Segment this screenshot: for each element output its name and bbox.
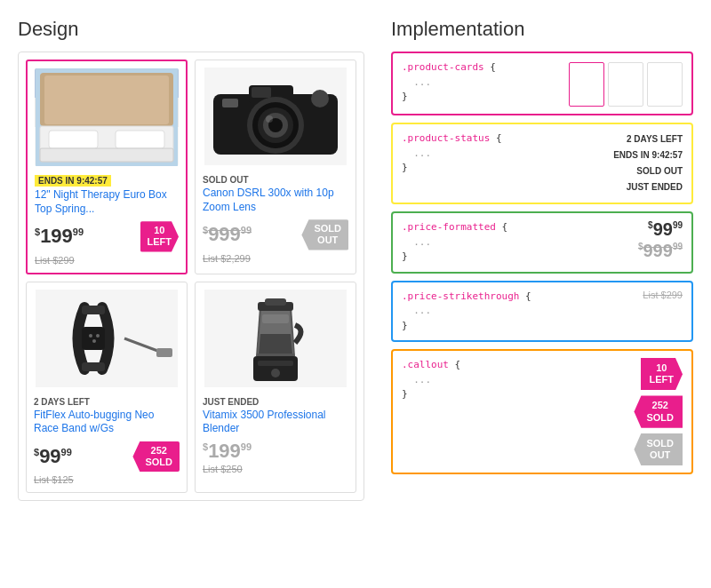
impl-block-callout: .callout { ... } 10LEFT 252SOLD SOLDOUT	[391, 349, 693, 474]
preview-cards	[569, 62, 683, 107]
svg-rect-17	[252, 87, 271, 98]
strikethrough-preview-value: List $299	[643, 290, 683, 300]
callout-fitbit: 252 SOLD	[132, 441, 180, 472]
svg-rect-30	[258, 361, 293, 366]
impl-code-product-cards: .product-cards { ... }	[402, 60, 496, 105]
price-camera: $99999	[203, 225, 252, 244]
svg-rect-20	[82, 306, 105, 314]
design-section: Design	[18, 18, 364, 501]
svg-rect-33	[265, 298, 286, 306]
product-grid: ENDS IN 9:42:57 12" Night Therapy Euro B…	[18, 52, 364, 501]
ellipsis-price-formatted: ...	[402, 236, 431, 248]
impl-preview-product-cards	[505, 60, 683, 107]
svg-rect-21	[82, 362, 105, 371]
impl-code-price-formatted: .price-formatted { ... }	[402, 220, 507, 265]
preview-card-3	[647, 62, 683, 107]
impl-block-product-status: .product-status { ... } 2 DAYS LEFT ENDS…	[391, 123, 693, 204]
main-container: Design	[18, 18, 693, 501]
implementation-title: Implementation	[391, 18, 693, 41]
impl-block-price-strikethrough: .price-strikethrough { ... } List $299	[391, 281, 693, 343]
callout-preview-left: 10LEFT	[641, 358, 683, 390]
product-card-blender[interactable]: JUST ENDED Vitamix 3500 Professional Ble…	[195, 282, 356, 494]
callout-preview-sold-out: SOLDOUT	[634, 433, 683, 465]
class-name-product-status: .product-status	[402, 132, 490, 144]
product-image-blender	[203, 290, 348, 387]
svg-point-26	[96, 334, 100, 338]
product-status-blender: JUST ENDED	[203, 393, 348, 409]
svg-point-18	[311, 90, 329, 107]
impl-code-price-strikethrough: .price-strikethrough { ... }	[402, 290, 531, 334]
price-whole-fitbit: 99	[39, 445, 60, 467]
ellipsis-product-status: ...	[402, 147, 431, 159]
impl-preview-callout: 10LEFT 252SOLD SOLDOUT	[469, 358, 683, 465]
callout-camera: SOLD OUT	[301, 219, 348, 250]
product-card-fitbit[interactable]: 2 DAYS LEFT FitFlex Auto-bugging Neo Rac…	[26, 282, 188, 494]
status-sold-out: SOLD OUT	[613, 163, 683, 179]
preview-card-2	[608, 62, 643, 107]
product-status-fitbit: 2 DAYS LEFT	[34, 393, 180, 409]
preview-card-1	[569, 62, 604, 107]
svg-rect-2	[44, 75, 169, 124]
product-image-fitbit	[34, 290, 180, 387]
list-price-mattress: List $299	[35, 255, 179, 266]
price-mattress: $19999	[35, 226, 84, 246]
status-just-ended: JUST ENDED	[613, 179, 683, 195]
product-title-fitbit[interactable]: FitFlex Auto-bugging Neo Race Band w/Gs	[34, 409, 180, 436]
price-whole-blender: 199	[208, 440, 241, 462]
bed-illustration	[35, 68, 179, 166]
product-title-mattress[interactable]: 12" Night Therapy Euro Box Top Spring...	[35, 188, 179, 216]
impl-preview-price-strikethrough: List $299	[540, 290, 683, 300]
status-badge-blender: JUST ENDED	[203, 397, 259, 407]
status-days-left: 2 DAYS LEFT	[613, 131, 683, 147]
price-cents-blender: 99	[241, 441, 252, 452]
price-whole-mattress: 199	[40, 225, 73, 247]
list-price-fitbit: List $125	[34, 474, 180, 485]
callout-mattress: 10 LEFT	[140, 221, 180, 251]
price-whole-camera: 999	[208, 223, 241, 245]
status-badge-mattress: ENDS IN 9:42:57	[35, 175, 111, 187]
product-status-camera: SOLD OUT	[203, 171, 348, 187]
price-row-camera: $99999 SOLD OUT	[203, 219, 348, 250]
impl-preview-price-formatted: $9999 $99999	[516, 220, 683, 259]
price-cents-camera: 99	[241, 225, 252, 235]
product-title-camera[interactable]: Canon DSRL 300x with 10p Zoom Lens	[203, 187, 348, 214]
svg-point-25	[89, 334, 92, 338]
svg-rect-5	[116, 131, 164, 148]
svg-rect-34	[262, 314, 289, 323]
design-title: Design	[18, 18, 364, 41]
impl-block-product-cards: .product-cards { ... }	[391, 52, 693, 115]
product-title-blender[interactable]: Vitamix 3500 Professional Blender	[203, 409, 348, 436]
svg-rect-16	[222, 99, 238, 107]
svg-rect-23	[156, 348, 172, 357]
product-image-mattress	[35, 68, 179, 166]
price-cents-mattress: 99	[73, 226, 84, 237]
camera-svg	[203, 68, 348, 165]
class-name-price-strikethrough: .price-strikethrough	[402, 290, 519, 302]
impl-blocks: .product-cards { ... } .product-status {	[391, 52, 693, 474]
svg-point-15	[266, 115, 273, 123]
product-card-mattress[interactable]: ENDS IN 9:42:57 12" Night Therapy Euro B…	[26, 60, 188, 274]
status-ends-in: ENDS IN 9:42:57	[613, 147, 683, 163]
price-fitbit: $9999	[34, 447, 72, 466]
class-name-callout: .callout	[402, 359, 449, 370]
impl-code-product-status: .product-status { ... }	[402, 131, 502, 176]
price-row-fitbit: $9999 252 SOLD	[34, 441, 180, 472]
ellipsis-price-strikethrough: ...	[402, 305, 431, 316]
svg-rect-24	[82, 327, 105, 350]
impl-code-callout: .callout { ... }	[402, 358, 460, 402]
product-card-camera[interactable]: SOLD OUT Canon DSRL 300x with 10p Zoom L…	[195, 60, 356, 274]
price-preview-999: $99999	[638, 242, 683, 259]
svg-point-31	[271, 369, 280, 377]
product-image-camera	[203, 68, 348, 165]
ellipsis-product-cards: ...	[402, 76, 431, 88]
status-badge-fitbit: 2 DAYS LEFT	[34, 397, 90, 407]
status-preview: 2 DAYS LEFT ENDS IN 9:42:57 SOLD OUT JUS…	[613, 131, 683, 195]
bed-svg	[35, 68, 179, 166]
price-row-blender: $19999	[203, 441, 348, 461]
svg-rect-6	[40, 148, 173, 162]
list-price-camera: List $2,299	[203, 253, 348, 264]
ellipsis-callout: ...	[402, 374, 431, 385]
class-name-price-formatted: .price-formatted	[402, 221, 496, 233]
svg-point-27	[92, 339, 96, 343]
blender-svg	[203, 290, 348, 387]
